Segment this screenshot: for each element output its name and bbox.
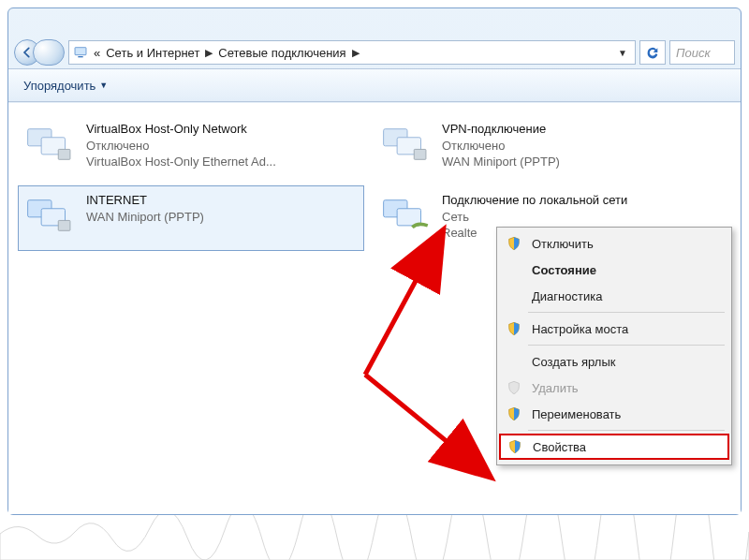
ctx-shortcut[interactable]: Создать ярлык: [500, 348, 728, 375]
network-adapter-icon: [24, 192, 79, 239]
connection-status: Сеть: [442, 209, 627, 226]
connection-device: WAN Miniport (PPTP): [86, 209, 204, 226]
network-adapter-icon: [380, 121, 434, 168]
connection-item[interactable]: VPN-подключение Отключено WAN Miniport (…: [374, 114, 720, 180]
svg-rect-10: [58, 220, 70, 230]
chevron-down-icon: ▼: [99, 81, 108, 90]
network-center-icon: [73, 45, 88, 60]
search-box[interactable]: Поиск: [669, 40, 735, 65]
breadcrumb-seg-1[interactable]: Сеть и Интернет: [106, 46, 199, 60]
ctx-rename[interactable]: Переименовать: [500, 401, 728, 427]
ctx-status[interactable]: Состояние: [500, 257, 728, 283]
ctx-label: Свойства: [533, 440, 586, 454]
refresh-icon: [645, 45, 660, 60]
address-bar[interactable]: « Сеть и Интернет ▶ Сетевые подключения …: [68, 40, 636, 65]
context-menu: Отключить Состояние Диагностика Настройк…: [496, 227, 732, 465]
ctx-properties[interactable]: Свойства: [499, 434, 729, 460]
breadcrumb-seg-2[interactable]: Сетевые подключения: [218, 46, 345, 60]
separator: [528, 345, 725, 346]
torn-edge: [0, 515, 749, 560]
ctx-disconnect[interactable]: Отключить: [500, 230, 728, 257]
chevron-right-icon[interactable]: ▶: [352, 47, 360, 59]
ctx-label: Создать ярлык: [532, 355, 615, 369]
ctx-diagnostics[interactable]: Диагностика: [500, 283, 728, 309]
ctx-delete: Удалить: [500, 375, 728, 401]
search-placeholder: Поиск: [676, 46, 711, 60]
titlebar: [8, 8, 741, 37]
refresh-button[interactable]: [639, 40, 666, 65]
svg-rect-7: [414, 149, 426, 159]
connection-device: VirtualBox Host-Only Ethernet Ad...: [86, 154, 276, 170]
connection-title: INTERNET: [86, 192, 204, 209]
shield-icon: [504, 404, 524, 424]
address-dropdown[interactable]: ▼: [614, 48, 631, 58]
shield-icon: [504, 233, 524, 254]
network-adapter-icon: [380, 192, 434, 239]
connection-item-selected[interactable]: INTERNET WAN Miniport (PPTP): [18, 185, 364, 251]
ctx-label: Удалить: [532, 381, 579, 395]
connection-device: WAN Miniport (PPTP): [442, 154, 560, 170]
ctx-label: Диагностика: [532, 289, 602, 303]
ctx-label: Состояние: [532, 263, 596, 277]
breadcrumb-prefix: «: [94, 46, 100, 60]
shield-icon: [505, 436, 525, 457]
spacer-icon: [504, 351, 524, 372]
ctx-bridge[interactable]: Настройка моста: [500, 316, 728, 342]
network-adapter-icon: [24, 121, 79, 168]
ctx-label: Отключить: [532, 237, 594, 251]
svg-rect-1: [78, 56, 82, 57]
svg-rect-0: [75, 48, 86, 55]
separator: [528, 312, 725, 313]
connection-item[interactable]: VirtualBox Host-Only Network Отключено V…: [18, 114, 364, 180]
toolbar: Упорядочить ▼: [8, 68, 741, 102]
connection-title: Подключение по локальной сети: [442, 192, 627, 209]
ctx-label: Переименовать: [532, 407, 621, 421]
spacer-icon: [504, 286, 524, 306]
organize-button[interactable]: Упорядочить ▼: [18, 75, 113, 96]
separator: [528, 430, 725, 431]
chevron-right-icon[interactable]: ▶: [205, 47, 213, 59]
connection-title: VirtualBox Host-Only Network: [86, 121, 276, 138]
nav-row: « Сеть и Интернет ▶ Сетевые подключения …: [8, 37, 741, 68]
shield-icon: [504, 318, 524, 339]
ctx-label: Настройка моста: [532, 322, 628, 336]
nav-buttons: [14, 39, 65, 66]
connection-status: Отключено: [442, 138, 560, 155]
shield-icon-disabled: [504, 377, 524, 398]
connection-status: Отключено: [86, 138, 276, 155]
organize-label: Упорядочить: [23, 79, 95, 93]
connection-title: VPN-подключение: [442, 121, 560, 138]
svg-rect-4: [58, 149, 70, 159]
arrow-left-icon: [21, 46, 34, 59]
spacer-icon: [504, 259, 524, 280]
forward-button[interactable]: [33, 39, 65, 66]
